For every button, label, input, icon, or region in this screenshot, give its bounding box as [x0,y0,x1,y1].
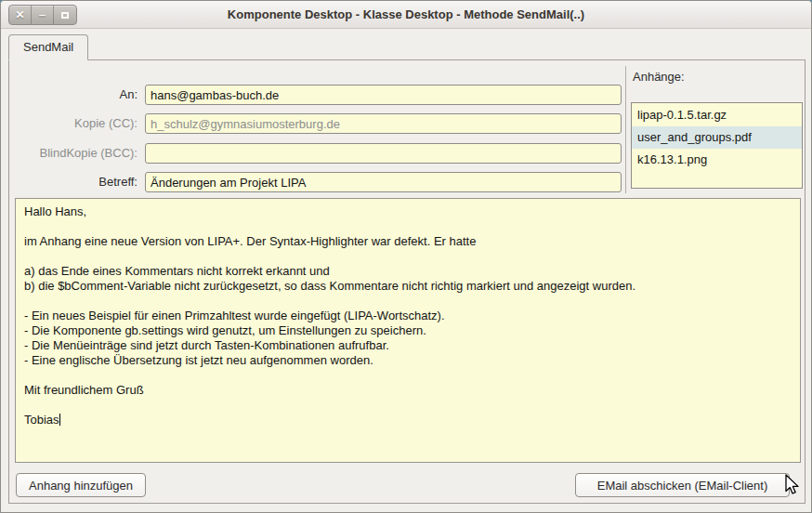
window-title: Komponente Desktop - Klasse Desktop - Me… [1,1,811,28]
tab-sendmail[interactable]: SendMail [8,34,88,60]
text-cursor [59,414,60,426]
app-window: ✕ ‒ Komponente Desktop - Klasse Desktop … [0,0,812,513]
titlebar: ✕ ‒ Komponente Desktop - Klasse Desktop … [1,1,811,29]
message-body-text: Hallo Hans, im Anhang eine neue Version … [24,204,635,427]
vertical-separator [625,66,626,193]
maximize-icon [61,12,69,19]
list-item[interactable]: lipap-0.1.5.tar.gz [632,104,802,126]
list-item-selected[interactable]: user_and_groups.pdf [632,126,802,149]
bcc-label: BlindKopie (BCC): [11,143,138,164]
message-body-textarea[interactable]: Hallo Hans, im Anhang eine neue Version … [15,198,801,463]
cc-field[interactable] [145,113,622,134]
to-field[interactable] [145,85,622,105]
window-controls: ✕ ‒ [8,5,77,25]
bcc-field[interactable] [145,143,622,164]
subject-label: Betreff: [11,172,138,192]
minimize-button[interactable]: ‒ [32,6,54,24]
subject-field[interactable] [145,172,622,192]
send-email-button[interactable]: EMail abschicken (EMail-Client) [575,473,790,497]
minimize-icon: ‒ [39,8,46,21]
sendmail-tab-page: An: Kopie (CC): BlindKopie (BCC): Betref… [8,59,805,504]
cc-label: Kopie (CC): [11,113,138,134]
list-item[interactable]: k16.13.1.png [632,149,802,171]
to-label: An: [11,85,138,105]
attachments-label: Anhänge: [633,70,685,84]
add-attachment-button[interactable]: Anhang hinzufügen [16,473,146,497]
attachments-list[interactable]: lipap-0.1.5.tar.gz user_and_groups.pdf k… [631,102,803,189]
maximize-button[interactable] [54,6,76,24]
close-icon: ✕ [15,8,24,21]
close-button[interactable]: ✕ [9,6,32,24]
